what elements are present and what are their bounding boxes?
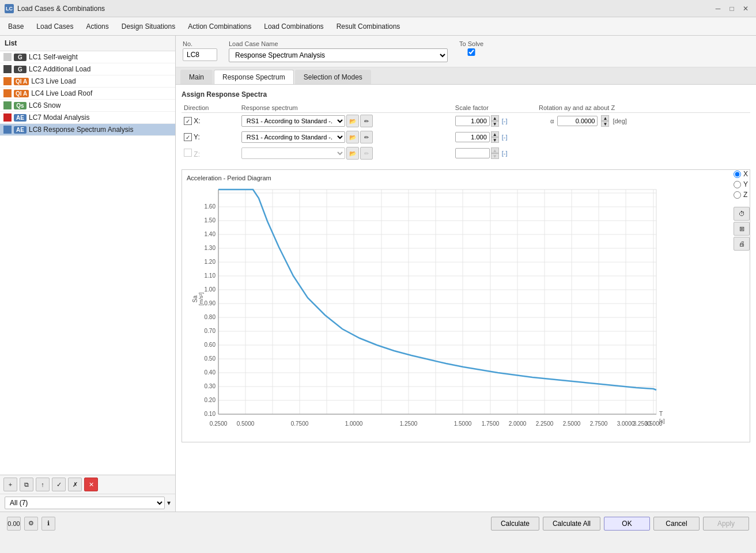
- bottom-tool-2[interactable]: ⚙: [24, 517, 38, 531]
- scale-input-X[interactable]: [455, 116, 490, 126]
- chart-tool-print[interactable]: 🖨: [734, 237, 750, 251]
- scale-input-Z: [455, 148, 490, 158]
- item-color-2: [3, 65, 12, 73]
- copy-item-button[interactable]: ⧉: [20, 478, 33, 491]
- cancel-button[interactable]: Cancel: [653, 517, 700, 531]
- link-btn-Y[interactable]: [-]: [500, 134, 509, 141]
- svg-text:0.5000: 0.5000: [237, 421, 255, 427]
- sidebar-item-2[interactable]: GLC2 Additional Load: [0, 63, 175, 75]
- svg-text:0.50: 0.50: [205, 355, 216, 362]
- rs-edit-btn-Y[interactable]: ✏: [360, 131, 373, 143]
- svg-text:0.40: 0.40: [205, 369, 216, 376]
- svg-text:2.0000: 2.0000: [509, 421, 527, 427]
- menu-result-combinations[interactable]: Result Combinations: [331, 20, 406, 33]
- sidebar-item-3[interactable]: QI ALC3 Live Load: [0, 75, 175, 88]
- rs-open-btn-X[interactable]: 📂: [346, 115, 359, 127]
- col-scale: Scale factor: [453, 103, 536, 113]
- to-solve-checkbox[interactable]: [459, 48, 483, 56]
- menu-actions[interactable]: Actions: [80, 20, 114, 33]
- item-color-5: [3, 101, 12, 109]
- chart-tool-clock[interactable]: ⏱: [734, 207, 750, 221]
- item-badge-2: G: [14, 66, 27, 73]
- uncheck-button[interactable]: ✗: [68, 478, 82, 491]
- filter-select[interactable]: All (7): [5, 497, 165, 509]
- spin-up-Y[interactable]: ▲: [491, 131, 499, 137]
- spin-down-Y[interactable]: ▼: [491, 137, 499, 143]
- radio-z-row[interactable]: Z: [734, 191, 750, 199]
- bottom-tool-3[interactable]: ℹ: [41, 517, 55, 531]
- radio-y-row[interactable]: Y: [734, 180, 750, 188]
- bottom-tool-1[interactable]: 0.00: [7, 517, 21, 531]
- close-button[interactable]: ✕: [740, 3, 751, 14]
- rs-edit-btn-X[interactable]: ✏: [360, 115, 373, 127]
- menu-action-combinations[interactable]: Action Combinations: [182, 20, 257, 33]
- radio-y[interactable]: [734, 181, 741, 188]
- dir-checkbox-Y[interactable]: [184, 133, 192, 141]
- svg-text:2.5000: 2.5000: [563, 421, 581, 427]
- menu-base[interactable]: Base: [2, 20, 29, 33]
- col-direction: Direction: [182, 103, 239, 113]
- check-button[interactable]: ✓: [52, 478, 66, 491]
- bottom-right-buttons: Calculate Calculate All OK Cancel Apply: [491, 517, 749, 531]
- item-label-1: LC1 Self-weight: [29, 53, 78, 61]
- tab-main[interactable]: Main: [180, 70, 213, 84]
- spectra-row-Y: Y:RS1 - According to Standard -...📂✏▲▼[-…: [182, 129, 750, 145]
- apply-button[interactable]: Apply: [703, 517, 749, 531]
- spin-down-X[interactable]: ▼: [491, 121, 499, 127]
- item-color-6: [3, 113, 12, 122]
- sidebar-item-5[interactable]: QsLC6 Snow: [0, 100, 175, 112]
- radio-x-row[interactable]: X: [734, 170, 750, 178]
- item-badge-1: G: [14, 54, 27, 61]
- spin-up-X[interactable]: ▲: [491, 115, 499, 121]
- svg-text:1.7500: 1.7500: [482, 421, 500, 427]
- radio-x[interactable]: [734, 171, 741, 178]
- tab-response-spectrum[interactable]: Response Spectrum: [214, 70, 294, 84]
- menu-bar: Base Load Cases Actions Design Situation…: [0, 17, 756, 36]
- dir-checkbox-X[interactable]: [184, 117, 192, 125]
- calculate-all-button[interactable]: Calculate All: [543, 517, 600, 531]
- svg-text:1.50: 1.50: [205, 217, 216, 224]
- rs-select-X[interactable]: RS1 - According to Standard -...: [241, 115, 345, 127]
- link-btn-X[interactable]: [-]: [500, 118, 509, 124]
- rotation-alpha-input[interactable]: [557, 116, 598, 126]
- svg-text:1.00: 1.00: [205, 286, 216, 293]
- app-icon: LC: [5, 4, 14, 13]
- calculate-button[interactable]: Calculate: [491, 517, 539, 531]
- menu-design-situations[interactable]: Design Situations: [116, 20, 181, 33]
- dir-checkbox-Z[interactable]: [184, 149, 192, 157]
- radio-z-label: Z: [743, 191, 747, 199]
- menu-load-combinations[interactable]: Load Combinations: [258, 20, 329, 33]
- main-content: List GLC1 Self-weightGLC2 Additional Loa…: [0, 36, 756, 512]
- delete-button[interactable]: ✕: [84, 478, 98, 491]
- insert-item-button[interactable]: ↑: [36, 478, 50, 491]
- svg-text:0.10: 0.10: [205, 411, 216, 417]
- menu-load-cases[interactable]: Load Cases: [31, 20, 79, 33]
- rotation-spin-down[interactable]: ▼: [601, 121, 609, 127]
- scale-input-Y[interactable]: [455, 132, 490, 142]
- lc-no-input[interactable]: [183, 48, 217, 61]
- maximize-button[interactable]: □: [726, 3, 738, 14]
- svg-text:1.40: 1.40: [205, 231, 216, 237]
- sidebar-item-6[interactable]: AELC7 Modal Analysis: [0, 112, 175, 124]
- sidebar-footer: + ⧉ ↑ ✓ ✗ ✕ All (7) ▾: [0, 475, 175, 512]
- to-solve-label: To Solve: [459, 40, 483, 47]
- lc-name-select[interactable]: Response Spectrum Analysis: [229, 48, 448, 62]
- ok-button[interactable]: OK: [604, 517, 650, 531]
- chart-tool-axes[interactable]: ⊞: [734, 222, 750, 236]
- right-panel: No. Load Case Name Response Spectrum Ana…: [176, 36, 756, 512]
- minimize-button[interactable]: ─: [712, 3, 724, 14]
- item-label-3: LC3 Live Load: [31, 77, 75, 85]
- sidebar-item-4[interactable]: QI ALC4 Live Load Roof: [0, 88, 175, 100]
- tab-selection-modes[interactable]: Selection of Modes: [295, 70, 371, 84]
- rs-open-btn-Y[interactable]: 📂: [346, 131, 359, 143]
- to-solve-field: To Solve: [459, 40, 483, 56]
- radio-z[interactable]: [734, 191, 741, 199]
- rotation-spin-up[interactable]: ▲: [601, 115, 609, 121]
- spectra-row-X: X:RS1 - According to Standard -...📂✏▲▼[-…: [182, 113, 750, 130]
- chart-svg: 0.10 0.20 0.30 0.40 0.50 0.60 0.70 0.80 …: [187, 184, 671, 437]
- rs-select-Y[interactable]: RS1 - According to Standard -...: [241, 131, 345, 143]
- add-item-button[interactable]: +: [3, 478, 17, 491]
- svg-text:0.70: 0.70: [205, 328, 216, 334]
- sidebar-item-7[interactable]: AELC8 Response Spectrum Analysis: [0, 124, 175, 136]
- sidebar-item-1[interactable]: GLC1 Self-weight: [0, 51, 175, 63]
